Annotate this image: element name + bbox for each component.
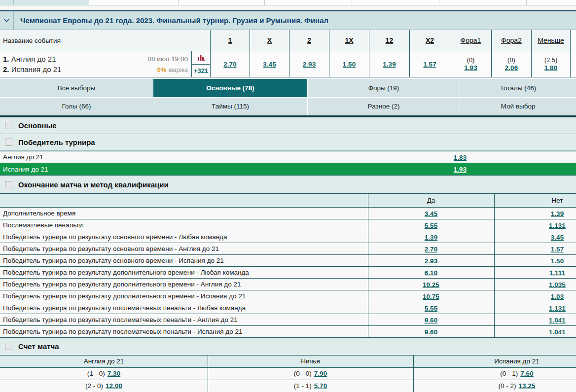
odd-yes[interactable]: 5.55 — [425, 222, 437, 229]
column-header-handicap1[interactable]: Фора1 — [461, 36, 481, 44]
odd-score-2-0[interactable]: 12.00 — [106, 382, 122, 390]
winner-odd-england[interactable]: 1.83 — [454, 154, 467, 161]
odd-no[interactable]: 1.50 — [551, 257, 564, 265]
odd-x2[interactable]: 1.57 — [423, 60, 436, 69]
tab-halves[interactable]: Таймы (115) — [153, 98, 308, 115]
odd-yes[interactable]: 9.60 — [425, 317, 437, 324]
odd-no[interactable]: 3.45 — [551, 234, 564, 241]
section-winner-checkbox[interactable] — [5, 139, 12, 146]
section-header-winner: Победитель турнира — [0, 134, 576, 151]
statistics-button[interactable] — [192, 51, 210, 65]
tab-totals[interactable]: Тоталы (46) — [460, 79, 576, 98]
margin-label: маржа — [169, 66, 188, 73]
odds-header-row: Название события 1 X 2 1X 12 X2 Фора1 Фо… — [0, 30, 576, 51]
section-main-label: Основные — [18, 121, 57, 130]
tab-misc[interactable]: Разное (2) — [308, 98, 460, 115]
away-team: Испания до 21 — [11, 65, 62, 73]
under-line: (2.5) — [544, 56, 558, 64]
table-row: Победитель турнира по результату послема… — [0, 314, 576, 326]
odd-no[interactable]: 1.39 — [551, 210, 564, 217]
winner-odd-spain[interactable]: 1.93 — [454, 166, 467, 173]
odd-x[interactable]: 3.45 — [263, 60, 276, 69]
column-header-12[interactable]: 12 — [386, 36, 394, 44]
section-score-checkbox[interactable] — [5, 343, 12, 350]
section-qualification-checkbox[interactable] — [5, 181, 12, 188]
table-row: Победитель турнира по результату послема… — [0, 302, 576, 314]
top-cutoff-active-tab — [0, 0, 89, 5]
odd-12[interactable]: 1.39 — [383, 60, 396, 69]
market-tabs: Все выборы Основные (78) Форы (19) Тотал… — [0, 79, 576, 117]
odd-no[interactable]: 1.03 — [551, 293, 564, 300]
score-table: Англия до 21 Ничья Испания до 21 (1 - 0)… — [0, 355, 576, 392]
tab-goals[interactable]: Голы (66) — [0, 98, 153, 115]
match-datetime: 08 июл 19:00 — [147, 54, 188, 64]
column-yes: Да — [368, 194, 494, 207]
stats-column: +321 — [191, 51, 210, 77]
odd-handicap2[interactable]: 2.06 — [505, 64, 518, 72]
collapse-toggle[interactable] — [0, 11, 14, 30]
home-team: Англия до 21 — [11, 55, 56, 63]
spacer — [0, 5, 576, 10]
tab-main[interactable]: Основные (78) — [153, 79, 308, 98]
odd-yes[interactable]: 9.60 — [425, 328, 437, 336]
odd-handicap1[interactable]: 1.93 — [464, 64, 477, 72]
table-row: Дополнительное время 3.45 1.39 — [0, 208, 576, 219]
column-header-1x[interactable]: 1X — [345, 36, 353, 44]
odd-no[interactable]: 1.041 — [549, 317, 566, 324]
odd-score-0-1[interactable]: 7.60 — [520, 370, 533, 377]
event-name-header: Название события — [0, 30, 211, 51]
odd-no[interactable]: 1.111 — [549, 269, 565, 277]
betting-page: Чемпионат Европы до 21 года. 2023. Финал… — [0, 0, 576, 392]
tab-my-choice[interactable]: Мой выбор — [460, 98, 576, 115]
league-title-bar: Чемпионат Европы до 21 года. 2023. Финал… — [0, 10, 576, 30]
more-markets-button[interactable]: +321 — [192, 65, 210, 77]
odd-score-1-1[interactable]: 5.70 — [314, 382, 327, 390]
score-col-spain: Испания до 21 — [413, 356, 576, 367]
column-header-handicap2[interactable]: Фора2 — [501, 36, 522, 44]
table-row: Победитель турнира по результату дополни… — [0, 290, 576, 302]
column-header-x2[interactable]: X2 — [426, 36, 434, 44]
tab-handicaps[interactable]: Форы (19) — [308, 79, 460, 98]
odd-yes[interactable]: 1.39 — [425, 234, 437, 241]
section-header-main: Основные — [0, 117, 576, 134]
odd-no[interactable]: 1.035 — [549, 281, 566, 288]
qualification-table: Да Нет Дополнительное время 3.45 1.39 По… — [0, 193, 576, 338]
odd-score-0-2[interactable]: 13.25 — [519, 382, 536, 390]
table-row: (1 - 0)7.30 (0 - 0)7.90 (0 - 1)7.60 — [0, 368, 576, 380]
outcome-label: Англия до 21 — [0, 153, 43, 161]
table-row: Победитель турнира по результату основно… — [0, 255, 576, 267]
odd-yes[interactable]: 2.93 — [425, 257, 437, 265]
winner-table: Англия до 21 1.83 Испания до 21 1.93 — [0, 151, 576, 176]
table-row: Победитель турнира по результату дополни… — [0, 267, 576, 279]
odd-no[interactable]: 1.57 — [551, 246, 564, 253]
odd-score-0-0[interactable]: 7.90 — [314, 370, 327, 377]
match-info-cell: 1. Англия до 21 2. Испания до 21 08 июл … — [0, 51, 211, 77]
team-names: 1. Англия до 21 2. Испания до 21 — [3, 54, 61, 75]
tab-all-picks[interactable]: Все выборы — [0, 79, 153, 98]
odd-1x[interactable]: 1.50 — [343, 60, 356, 69]
odd-no[interactable]: 1.041 — [549, 328, 566, 336]
column-header-x[interactable]: X — [267, 36, 272, 44]
odd-yes[interactable]: 3.45 — [425, 210, 437, 217]
column-header-2[interactable]: 2 — [307, 36, 311, 44]
odd-yes[interactable]: 6.10 — [425, 269, 437, 277]
table-row: Послематчевые пенальти 5.55 1.131 — [0, 219, 576, 231]
section-main-checkbox[interactable] — [5, 122, 12, 129]
column-header-under[interactable]: Меньше — [538, 36, 564, 44]
odd-yes[interactable]: 5.55 — [425, 305, 437, 312]
odd-score-1-0[interactable]: 7.30 — [108, 370, 120, 377]
odd-yes[interactable]: 10.25 — [423, 281, 439, 288]
score-header-row: Англия до 21 Ничья Испания до 21 — [0, 356, 576, 368]
odd-1[interactable]: 2.70 — [223, 60, 236, 69]
odd-no[interactable]: 1.131 — [549, 305, 566, 312]
top-cutoff-tabbar — [0, 0, 576, 5]
odd-yes[interactable]: 10.75 — [423, 293, 439, 300]
odd-under[interactable]: 1.80 — [544, 64, 557, 72]
league-title: Чемпионат Европы до 21 года. 2023. Финал… — [14, 11, 328, 30]
match-meta: 08 июл 19:00 0% маржа — [147, 54, 188, 75]
odd-2[interactable]: 2.93 — [303, 60, 316, 69]
odd-yes[interactable]: 2.70 — [425, 246, 437, 253]
odd-no[interactable]: 1.131 — [549, 222, 566, 229]
column-header-1[interactable]: 1 — [228, 36, 232, 44]
section-winner-label: Победитель турнира — [18, 138, 95, 146]
